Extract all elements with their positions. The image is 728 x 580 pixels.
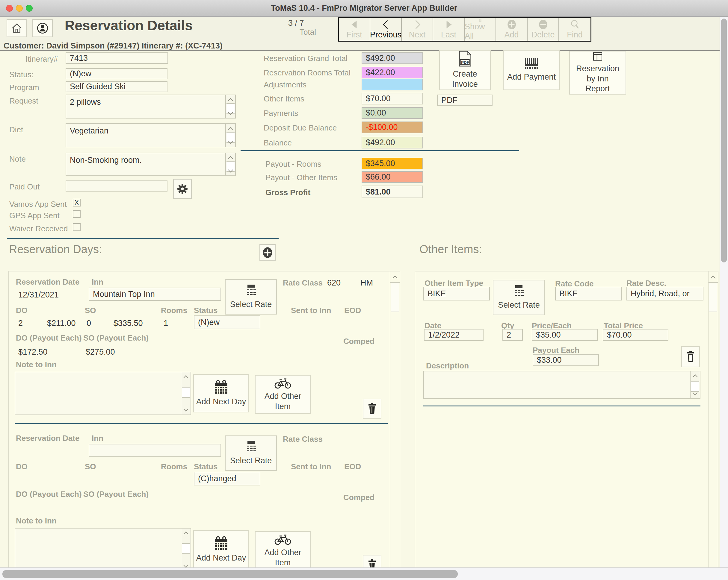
add-other-item-button[interactable]: Add Other Item [255, 531, 311, 568]
scroll-up-icon[interactable] [227, 126, 234, 131]
other-item-type-field[interactable]: BIKE [423, 287, 490, 301]
toolbar-find-button[interactable]: Find [559, 18, 591, 41]
paid-out-settings-button[interactable] [173, 179, 192, 199]
scroll-thumb[interactable] [182, 543, 190, 554]
payout-other-items-field[interactable]: $66.00 [362, 171, 423, 183]
note-to-inn-scrollbar[interactable] [181, 528, 190, 568]
gross-profit-field[interactable]: $81.00 [362, 186, 423, 198]
scroll-down-icon[interactable] [183, 408, 189, 412]
horizontal-scrollbar-thumb[interactable] [2, 570, 458, 578]
comped-label: Comped [343, 493, 374, 502]
scroll-up-icon[interactable] [227, 156, 234, 160]
day-status-field[interactable]: (C)hanged [194, 472, 260, 486]
toolbar-add-button[interactable]: Add [496, 18, 527, 41]
select-rate-button[interactable]: Select Rate [225, 436, 277, 471]
gps-app-sent-checkbox[interactable] [73, 210, 81, 218]
reservation-days-scrollbar[interactable] [390, 272, 400, 568]
scroll-thumb[interactable] [691, 381, 699, 392]
scroll-up-icon[interactable] [183, 375, 189, 379]
item-description-textarea[interactable] [423, 371, 700, 399]
scroll-thumb[interactable] [182, 387, 190, 398]
payout-rooms-label: Payout - Rooms [265, 160, 321, 169]
scroll-up-icon[interactable] [692, 374, 698, 378]
vamos-app-sent-checkbox[interactable]: X [73, 199, 81, 206]
paid-out-field[interactable] [66, 181, 167, 192]
request-scrollbar[interactable] [225, 95, 235, 118]
home-button[interactable] [7, 19, 27, 37]
item-date-field[interactable]: 1/2/2022 [424, 329, 484, 341]
delete-day-button[interactable] [363, 555, 381, 568]
description-scrollbar[interactable] [690, 371, 700, 398]
day-status-field[interactable]: (N)ew [194, 315, 260, 329]
customer-button[interactable] [32, 19, 53, 37]
scroll-down-icon[interactable] [227, 111, 234, 115]
add-other-item-button[interactable]: Add Other Item [255, 375, 311, 414]
diet-scrollbar[interactable] [225, 124, 235, 147]
day-status-label: Status [194, 306, 217, 315]
rate-desc-field[interactable]: Hybrid, Road, or [626, 287, 703, 301]
toolbar-last-button[interactable]: Last [433, 18, 465, 41]
note-textarea[interactable]: Non-Smoking room. [66, 153, 236, 176]
note-scrollbar[interactable] [225, 153, 235, 175]
vertical-scrollbar[interactable] [720, 17, 728, 568]
pdf-format-select[interactable]: PDF [437, 94, 493, 106]
program-field[interactable]: Self Guided Ski [66, 81, 167, 92]
scroll-up-icon[interactable] [183, 531, 189, 535]
scroll-thumb[interactable] [709, 283, 717, 312]
scroll-down-icon[interactable] [227, 140, 234, 144]
toolbar-show-all-button[interactable]: Show All [465, 18, 496, 41]
toolbar-next-button[interactable]: Next [402, 18, 433, 41]
scroll-up-icon[interactable] [392, 275, 398, 279]
other-items-total-field[interactable]: $70.00 [362, 93, 423, 105]
request-textarea[interactable]: 2 pillows [66, 94, 236, 118]
other-items-scrollbar[interactable] [708, 272, 718, 568]
vertical-scrollbar-thumb[interactable] [721, 19, 727, 263]
payout-rooms-field[interactable]: $345.00 [362, 158, 423, 169]
reservation-by-inn-report-button[interactable]: Reservation by Inn Report [569, 51, 626, 94]
delete-item-button[interactable] [681, 346, 700, 367]
inn-field[interactable] [89, 444, 221, 457]
status-field[interactable]: (N)ew [66, 68, 167, 79]
trash-icon [368, 403, 376, 414]
note-to-inn-scrollbar[interactable] [181, 372, 190, 414]
inn-field[interactable]: Mountain Top Inn [89, 287, 221, 301]
add-reservation-day-button[interactable] [259, 244, 276, 261]
rooms-total-field[interactable]: $422.00 [362, 67, 423, 78]
add-next-day-button[interactable]: Add Next Day [193, 374, 249, 412]
scroll-up-icon[interactable] [227, 98, 234, 102]
last-icon [444, 19, 454, 30]
item-qty-field[interactable]: 2 [502, 329, 523, 341]
add-next-day-button[interactable]: Add Next Day [193, 530, 249, 568]
note-to-inn-textarea[interactable] [15, 528, 191, 568]
grand-total-field[interactable]: $492.00 [362, 52, 423, 64]
rate-code-field[interactable]: BIKE [555, 287, 622, 301]
waiver-received-checkbox[interactable] [73, 223, 81, 231]
payments-field[interactable]: $0.00 [362, 107, 423, 119]
select-rate-button[interactable]: Select Rate [493, 280, 545, 315]
item-description-label: Description [426, 361, 469, 370]
deposit-due-balance-field[interactable]: -$100.00 [362, 121, 423, 133]
note-to-inn-textarea[interactable] [15, 372, 191, 415]
horizontal-scrollbar[interactable] [0, 568, 728, 580]
adjustments-field[interactable] [362, 79, 423, 90]
delete-day-button[interactable] [363, 398, 381, 419]
diet-textarea[interactable]: Vegetarian [66, 123, 236, 147]
create-invoice-button[interactable]: PDF Create Invoice [439, 50, 491, 90]
report-layout-icon [591, 52, 605, 61]
toolbar-previous-button[interactable]: Previous [370, 18, 402, 41]
scroll-up-icon[interactable] [710, 275, 716, 279]
toolbar-delete-button[interactable]: Delete [527, 18, 559, 41]
add-payment-button[interactable]: Add Payment [503, 50, 560, 90]
record-current: 3 [288, 19, 293, 28]
toolbar-first-button[interactable]: First [339, 18, 370, 41]
total-price-field[interactable]: $70.00 [603, 329, 668, 341]
rate-table-icon [512, 285, 526, 298]
scroll-thumb[interactable] [391, 283, 399, 312]
scroll-down-icon[interactable] [692, 392, 698, 396]
itinerary-field[interactable]: 7413 [66, 52, 168, 64]
select-rate-button[interactable]: Select Rate [225, 279, 277, 314]
price-each-field[interactable]: $35.00 [532, 329, 598, 341]
balance-field[interactable]: $492.00 [362, 137, 423, 148]
scroll-down-icon[interactable] [227, 169, 234, 173]
payout-each-field[interactable]: $33.00 [533, 354, 599, 366]
